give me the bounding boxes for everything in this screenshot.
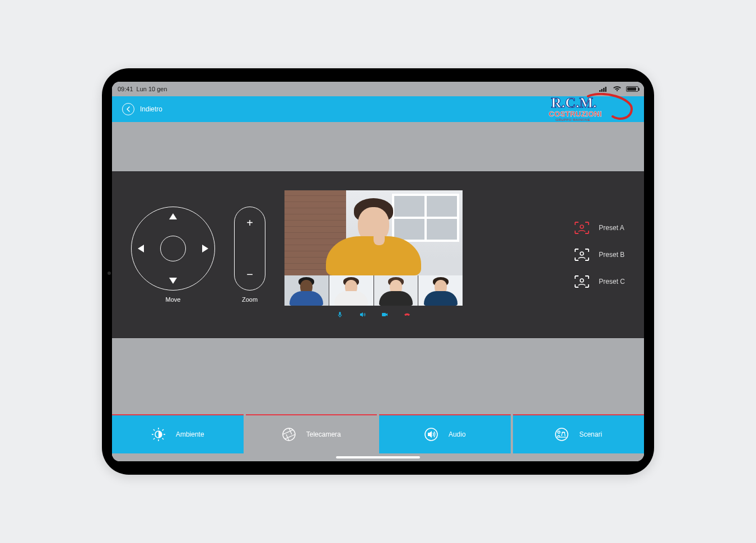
wifi-icon (613, 86, 622, 93)
speaker-icon[interactable] (359, 310, 366, 317)
arrow-up-button[interactable] (169, 213, 177, 219)
scene-icon (554, 427, 569, 442)
tab-label: Ambiente (176, 430, 204, 438)
back-button[interactable]: Indietro (122, 103, 162, 115)
preset-frame-icon (574, 248, 590, 261)
svg-line-18 (153, 429, 155, 430)
content-area: Move + − Zoom (112, 122, 644, 461)
hangup-icon[interactable] (404, 310, 410, 317)
video-main-feed[interactable] (284, 190, 463, 275)
preset-label: Preset C (599, 278, 625, 285)
svg-point-12 (580, 279, 584, 282)
preset-c-button[interactable]: Preset C (574, 275, 625, 288)
svg-rect-3 (605, 87, 607, 92)
screen: 09:41 Lun 10 gen (112, 82, 644, 461)
preset-label: Preset A (599, 224, 624, 232)
tab-scenari[interactable]: Scenari (513, 414, 645, 453)
chevron-left-icon (122, 103, 134, 115)
battery-icon (626, 86, 638, 92)
svg-text:COSTRUZIONI: COSTRUZIONI (549, 110, 602, 118)
brand-logo: R.C.M. COSTRUZIONI GRUPPO RAINONE (548, 93, 637, 125)
video-thumb-3[interactable] (374, 275, 418, 306)
tab-label: Audio (449, 430, 466, 438)
video-thumb-4[interactable] (418, 275, 463, 306)
presets-list: Preset A Preset B Preset C (574, 221, 625, 288)
arrow-down-button[interactable] (169, 278, 177, 284)
svg-point-25 (558, 431, 560, 433)
direction-pad (131, 207, 215, 291)
svg-line-20 (153, 438, 155, 439)
tablet-frame: 09:41 Lun 10 gen (102, 68, 654, 475)
cellular-icon (599, 86, 608, 92)
dpad-center-button[interactable] (160, 236, 186, 261)
svg-point-10 (580, 225, 584, 228)
top-bar: Indietro R.C.M. COSTRUZIONI GRUPPO RAINO… (112, 96, 644, 122)
home-indicator[interactable] (336, 456, 420, 458)
svg-rect-2 (603, 88, 605, 92)
svg-rect-7 (339, 312, 341, 315)
bottom-tab-bar: Ambiente Telecamera Audio Scenari (112, 414, 644, 453)
front-camera (108, 272, 111, 275)
tab-ambiente[interactable]: Ambiente (112, 414, 244, 453)
status-date: Lun 10 gen (137, 86, 167, 92)
svg-rect-0 (599, 90, 601, 92)
move-control: Move (131, 207, 215, 303)
arrow-right-button[interactable] (202, 245, 208, 252)
back-label: Indietro (140, 105, 162, 113)
tab-audio[interactable]: Audio (379, 414, 511, 453)
svg-point-22 (283, 428, 295, 441)
svg-line-19 (162, 438, 164, 439)
tab-label: Scenari (579, 430, 602, 438)
move-label: Move (166, 296, 181, 303)
arrow-left-button[interactable] (138, 245, 144, 252)
tab-telecamera[interactable]: Telecamera (246, 414, 377, 453)
zoom-out-button[interactable]: − (246, 269, 253, 280)
status-time: 09:41 (118, 86, 133, 92)
svg-point-11 (580, 252, 584, 255)
video-thumb-1[interactable] (284, 275, 329, 306)
brightness-icon (151, 427, 166, 442)
preset-a-button[interactable]: Preset A (574, 221, 625, 235)
preset-frame-icon (574, 221, 590, 235)
preset-label: Preset B (599, 251, 624, 259)
microphone-icon[interactable] (337, 310, 343, 317)
main-panel: Move + − Zoom (112, 171, 644, 338)
aperture-icon (282, 427, 296, 442)
svg-rect-1 (601, 89, 603, 92)
preset-b-button[interactable]: Preset B (574, 248, 625, 261)
video-conference (284, 190, 463, 319)
svg-rect-9 (382, 313, 386, 316)
video-thumb-2[interactable] (329, 275, 374, 306)
call-toolbar (284, 308, 463, 319)
audio-icon (424, 427, 438, 442)
camera-icon[interactable] (381, 310, 388, 317)
svg-line-21 (162, 429, 164, 430)
svg-text:GRUPPO RAINONE: GRUPPO RAINONE (556, 118, 590, 121)
svg-text:R.C.M.: R.C.M. (551, 95, 597, 111)
zoom-label: Zoom (242, 296, 258, 303)
home-indicator-area (112, 453, 644, 461)
zoom-in-button[interactable]: + (246, 217, 253, 228)
preset-frame-icon (574, 275, 590, 288)
zoom-control: + − Zoom (234, 207, 265, 303)
tab-label: Telecamera (306, 430, 341, 438)
